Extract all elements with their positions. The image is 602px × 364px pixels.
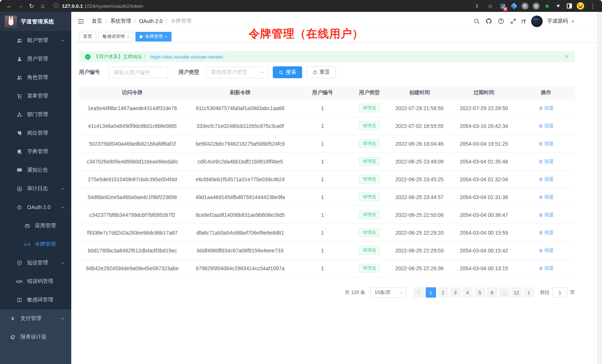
reset-button[interactable]: 重置 bbox=[307, 66, 336, 78]
access-token-cell: f9336e7c7dd242a283ee98dc86b17a87 bbox=[79, 230, 186, 236]
sidebar-collapse-icon[interactable] bbox=[77, 17, 85, 25]
page-size-select[interactable]: 10条/页 bbox=[370, 287, 406, 298]
page-button-12[interactable]: 12 bbox=[511, 287, 522, 298]
forward-icon[interactable]: → bbox=[15, 1, 26, 11]
breadcrumb-item[interactable]: OAuth 2.0 bbox=[139, 18, 163, 24]
sidebar-item-user[interactable]: 用户管理 bbox=[0, 50, 71, 68]
goto-page-input[interactable] bbox=[552, 287, 567, 298]
address-bar[interactable]: ⓘ 127.0.0.1:1024/system/oauth2/token bbox=[53, 3, 471, 9]
sidebar-item-audit-log[interactable]: 审计日志 bbox=[0, 179, 71, 198]
sidebar-item-sensitive-word[interactable]: 敏感词管理 bbox=[0, 291, 71, 309]
force-logout-button[interactable]: 强退 bbox=[539, 176, 554, 183]
side-panel-icon[interactable] bbox=[565, 1, 574, 10]
sidebar-item-post[interactable]: 岗位管理 bbox=[0, 124, 71, 142]
user-id-cell: 1 bbox=[295, 141, 350, 147]
user-id-input[interactable] bbox=[109, 67, 168, 78]
sidebar-item-tenant[interactable]: 租户管理 bbox=[0, 31, 71, 50]
search-icon[interactable] bbox=[472, 17, 481, 26]
doc-link[interactable]: https://doc.iocoder.cn/user-center/ bbox=[150, 54, 223, 60]
tab-close-icon[interactable]: × bbox=[127, 34, 129, 39]
font-size-icon[interactable]: TT bbox=[521, 18, 526, 24]
page-button-5[interactable]: 5 bbox=[475, 287, 485, 298]
user-type-badge: 管理员 bbox=[359, 264, 380, 273]
page-button-4[interactable]: 4 bbox=[462, 287, 473, 298]
sidebar-item-notice[interactable]: 通知公告 bbox=[0, 161, 71, 179]
extension-gem-icon[interactable] bbox=[509, 1, 518, 10]
page-ellipsis[interactable]: ... bbox=[499, 287, 510, 298]
force-logout-button[interactable]: 强退 bbox=[539, 105, 554, 112]
force-logout-button[interactable]: 强退 bbox=[539, 265, 554, 272]
sidebar-item-sms[interactable]: 短信管理 bbox=[0, 254, 71, 272]
breadcrumb-item[interactable]: 首页 bbox=[92, 18, 102, 24]
extension-tiles-icon[interactable]: 9 bbox=[498, 1, 507, 10]
extension-star-icon[interactable]: ★ bbox=[543, 1, 552, 10]
reload-icon[interactable]: ↻ bbox=[26, 1, 37, 11]
extension-pinwheel-icon[interactable]: ✦ bbox=[554, 1, 563, 10]
sidebar-item-dict[interactable]: 字典管理 bbox=[0, 142, 71, 161]
action-cell: 强退 bbox=[517, 105, 575, 112]
menu-list-icon bbox=[16, 93, 22, 99]
user-menu-caret-icon[interactable]: ▾ bbox=[572, 19, 574, 23]
user-type-badge: 管理员 bbox=[359, 211, 380, 219]
user-type-cell: 管理员 bbox=[350, 193, 389, 202]
force-logout-button[interactable]: 强退 bbox=[539, 158, 554, 165]
page-button-1[interactable]: 1 bbox=[426, 287, 436, 298]
sidebar-item-report[interactable]: 报表设计器 bbox=[0, 328, 71, 346]
chevron-down-icon bbox=[399, 291, 403, 295]
home-icon[interactable]: ⌂ bbox=[37, 1, 48, 11]
user-id-cell: 1 bbox=[295, 176, 350, 182]
user-id-cell: 1 bbox=[295, 159, 350, 165]
force-logout-button[interactable]: 强退 bbox=[539, 229, 554, 236]
browser-menu-icon[interactable]: ⋮ bbox=[587, 1, 598, 11]
help-icon[interactable] bbox=[497, 17, 506, 26]
force-logout-button[interactable]: 强退 bbox=[539, 194, 554, 201]
yen-icon: ¥ bbox=[10, 315, 16, 321]
tab-label: 令牌管理 bbox=[145, 33, 163, 40]
create-time-cell: 2022-07-29 21:58:50 bbox=[389, 105, 451, 111]
next-page-button[interactable] bbox=[524, 287, 534, 298]
breadcrumb-item[interactable]: 系统管理 bbox=[110, 18, 131, 24]
tab-敏感词管理[interactable]: 敏感词管理× bbox=[98, 32, 133, 42]
github-icon[interactable] bbox=[484, 17, 493, 26]
search-button[interactable]: 搜索 bbox=[273, 66, 302, 78]
create-time-cell: 2022-06-26 18:04:46 bbox=[389, 141, 451, 147]
force-logout-button[interactable]: 强退 bbox=[539, 140, 554, 147]
force-logout-button[interactable]: 强退 bbox=[539, 212, 554, 218]
refresh-token-cell: be90422b8c7946218275a508bf524fc9 bbox=[186, 141, 295, 147]
alert-close-icon[interactable]: ✕ bbox=[564, 53, 569, 60]
sidebar-item-error-code[interactable]: </>错误码管理 bbox=[0, 272, 71, 291]
tab-令牌管理[interactable]: 令牌管理× bbox=[135, 32, 171, 42]
force-logout-label: 强退 bbox=[544, 176, 554, 183]
sidebar-item-role[interactable]: 角色管理 bbox=[0, 68, 71, 87]
page-button-2[interactable]: 2 bbox=[438, 287, 448, 298]
force-logout-button[interactable]: 强退 bbox=[539, 123, 554, 129]
share-icon[interactable]: ⇪ bbox=[471, 1, 482, 11]
sidebar-item-menu[interactable]: 菜单管理 bbox=[0, 87, 71, 105]
extension-command-icon[interactable]: ⌘ bbox=[520, 1, 529, 10]
back-icon[interactable]: ← bbox=[4, 1, 15, 11]
site-info-icon[interactable]: ⓘ bbox=[53, 3, 59, 9]
page-button-6[interactable]: 6 bbox=[487, 287, 497, 298]
expire-time-cell: 2054-03-04 00:15:59 bbox=[451, 230, 517, 236]
user-avatar[interactable] bbox=[531, 16, 543, 27]
force-logout-button[interactable]: 强退 bbox=[539, 247, 554, 254]
sidebar-item-oauth2-token[interactable]: A令牌管理 bbox=[0, 235, 71, 254]
profile-avatar-icon[interactable] bbox=[576, 1, 585, 10]
sidebar-item-oauth2[interactable]: OAuth 2.0 bbox=[0, 198, 71, 216]
sidebar-item-dept[interactable]: 部门管理 bbox=[0, 105, 71, 124]
fullscreen-icon[interactable] bbox=[509, 17, 518, 26]
tab-close-icon[interactable]: × bbox=[165, 34, 167, 39]
sidebar-item-oauth2-app[interactable]: 应用管理 bbox=[0, 216, 71, 235]
page-button-3[interactable]: 3 bbox=[450, 287, 461, 298]
table-body: 1ea5e44f8bc1467aaede43144f31de76811c5304… bbox=[79, 99, 575, 277]
username[interactable]: 芋道源码 bbox=[547, 18, 568, 24]
prev-page-button[interactable] bbox=[413, 287, 424, 298]
sidebar-item-pay[interactable]: ¥支付管理 bbox=[0, 309, 71, 328]
scrollbar[interactable] bbox=[597, 12, 602, 364]
user-id-label: 用户编号 bbox=[79, 69, 100, 76]
extension-record-icon[interactable] bbox=[531, 1, 540, 10]
access-token-cell: b0d1785bc3a8482f812db4a3f3bd15ec bbox=[79, 248, 186, 254]
user-type-select[interactable]: 请选择用户类型 bbox=[206, 67, 268, 78]
tab-首页[interactable]: 首页 bbox=[79, 32, 96, 42]
bookmark-star-icon[interactable]: ☆ bbox=[485, 1, 496, 11]
